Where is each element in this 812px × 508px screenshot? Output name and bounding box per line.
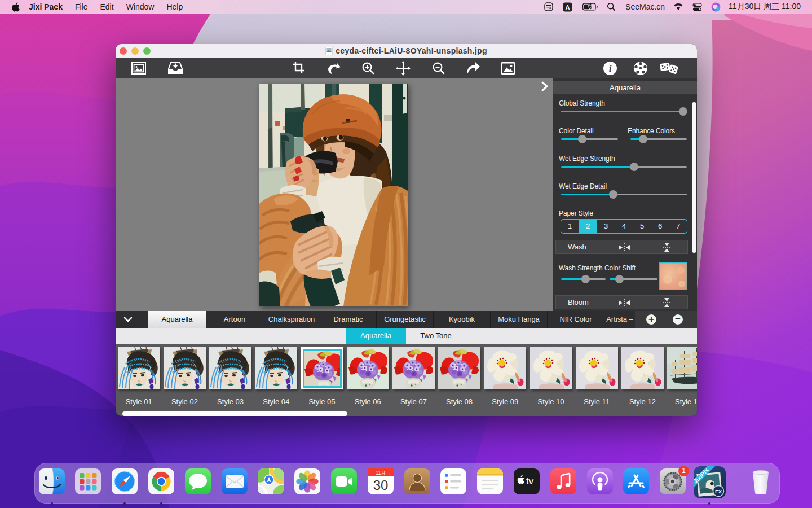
svg-text:FX: FX — [714, 488, 722, 494]
svg-text:A: A — [566, 3, 570, 10]
svg-text:tv: tv — [526, 476, 534, 487]
svg-text:30: 30 — [373, 478, 388, 493]
svg-text:i: i — [609, 63, 612, 74]
svg-text:11月: 11月 — [376, 470, 385, 476]
